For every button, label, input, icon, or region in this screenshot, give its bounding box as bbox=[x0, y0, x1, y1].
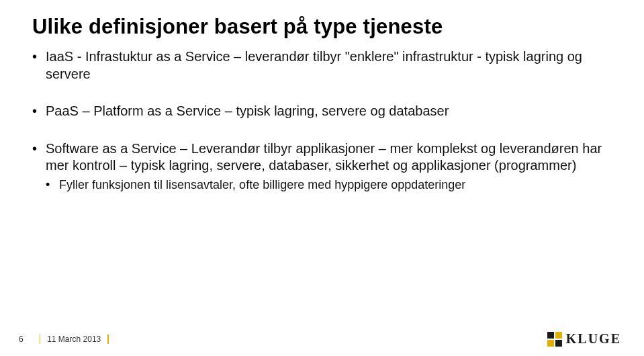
bullet-list: IaaS - Infrastuktur as a Service – lever… bbox=[32, 48, 617, 193]
slide-title: Ulike definisjoner basert på type tjenes… bbox=[32, 15, 617, 39]
svg-rect-2 bbox=[547, 340, 554, 347]
sub-bullet-list: Fyller funksjonen til lisensavtaler, oft… bbox=[46, 177, 617, 193]
bullet-text: PaaS – Platform as a Service – typisk la… bbox=[46, 103, 449, 118]
bullet-text: Software as a Service – Leverandør tilby… bbox=[46, 141, 602, 173]
bullet-item: PaaS – Platform as a Service – typisk la… bbox=[32, 103, 617, 120]
svg-rect-3 bbox=[555, 340, 562, 347]
svg-rect-0 bbox=[547, 332, 554, 339]
page-number: 6 bbox=[19, 335, 24, 344]
sub-bullet-item: Fyller funksjonen til lisensavtaler, oft… bbox=[46, 177, 617, 193]
brand-logo: KLUGE bbox=[547, 331, 621, 347]
footer-date: 11 March 2013 bbox=[47, 335, 101, 344]
bullet-item: IaaS - Infrastuktur as a Service – lever… bbox=[32, 48, 617, 83]
bullet-item: Software as a Service – Leverandør tilby… bbox=[32, 140, 617, 193]
logo-text: KLUGE bbox=[566, 331, 621, 347]
sub-bullet-text: Fyller funksjonen til lisensavtaler, oft… bbox=[59, 178, 465, 191]
bullet-text: IaaS - Infrastuktur as a Service – lever… bbox=[46, 49, 582, 81]
logo-mark-icon bbox=[547, 332, 562, 347]
separator bbox=[40, 335, 41, 344]
svg-rect-1 bbox=[555, 332, 562, 339]
separator bbox=[107, 335, 109, 344]
slide: Ulike definisjoner basert på type tjenes… bbox=[0, 0, 644, 356]
